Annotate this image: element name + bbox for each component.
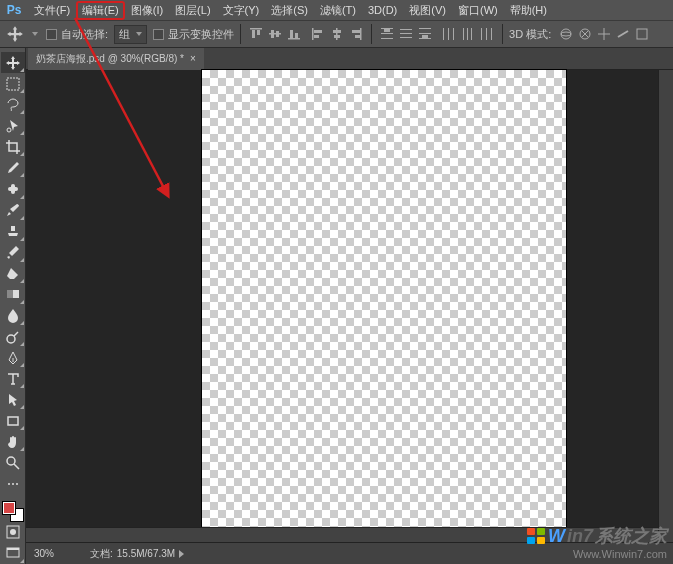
svg-rect-41	[637, 29, 647, 39]
blur-tool[interactable]	[1, 305, 25, 326]
scale-3d-icon[interactable]	[633, 25, 651, 43]
svg-rect-47	[7, 290, 13, 298]
quickmask-tool[interactable]	[1, 522, 25, 543]
pan-3d-icon[interactable]	[595, 25, 613, 43]
brush-tool[interactable]	[1, 200, 25, 221]
close-icon[interactable]: ×	[190, 53, 196, 64]
orbit-3d-icon[interactable]	[557, 25, 575, 43]
svg-rect-28	[422, 35, 428, 38]
distribute-bottom-icon[interactable]	[416, 25, 434, 43]
quick-select-tool[interactable]	[1, 115, 25, 136]
history-brush-tool[interactable]	[1, 242, 25, 263]
auto-select-checkbox[interactable]: 自动选择:	[46, 27, 108, 42]
marquee-tool[interactable]	[1, 73, 25, 94]
menu-file[interactable]: 文件(F)	[28, 1, 76, 20]
slide-3d-icon[interactable]	[614, 25, 632, 43]
svg-rect-15	[360, 28, 362, 40]
align-top-icon[interactable]	[247, 25, 265, 43]
menu-image[interactable]: 图像(I)	[125, 1, 169, 20]
auto-select-label: 自动选择:	[61, 27, 108, 42]
menu-help[interactable]: 帮助(H)	[504, 1, 553, 20]
clone-stamp-tool[interactable]	[1, 221, 25, 242]
gradient-tool[interactable]	[1, 284, 25, 305]
tool-preset-dropdown[interactable]	[30, 25, 40, 43]
menu-3d[interactable]: 3D(D)	[362, 2, 403, 18]
move-tool[interactable]	[1, 52, 25, 73]
svg-rect-21	[384, 29, 390, 32]
svg-point-38	[561, 29, 571, 39]
svg-point-53	[16, 483, 18, 485]
svg-rect-33	[467, 28, 468, 40]
horizontal-scrollbar[interactable]	[26, 527, 658, 542]
menu-type[interactable]: 文字(Y)	[217, 1, 266, 20]
show-transform-checkbox[interactable]: 显示变换控件	[153, 27, 234, 42]
rectangle-tool[interactable]	[1, 410, 25, 431]
align-hcenter-icon[interactable]	[328, 25, 346, 43]
document-canvas[interactable]	[202, 70, 566, 540]
menu-window[interactable]: 窗口(W)	[452, 1, 504, 20]
type-tool[interactable]	[1, 368, 25, 389]
eraser-tool[interactable]	[1, 263, 25, 284]
svg-rect-18	[381, 28, 393, 29]
crop-tool[interactable]	[1, 136, 25, 157]
menu-filter[interactable]: 滤镜(T)	[314, 1, 362, 20]
screenmode-tool[interactable]	[1, 543, 25, 564]
svg-rect-17	[355, 35, 360, 38]
svg-rect-42	[7, 78, 19, 90]
auto-select-target-dropdown[interactable]: 组	[114, 25, 147, 44]
roll-3d-icon[interactable]	[576, 25, 594, 43]
distribute-group-2	[440, 25, 496, 43]
svg-rect-0	[250, 28, 262, 30]
distribute-right-icon[interactable]	[478, 25, 496, 43]
svg-rect-25	[419, 28, 431, 29]
svg-rect-16	[352, 30, 360, 33]
hand-tool[interactable]	[1, 431, 25, 452]
zoom-level[interactable]: 30%	[34, 548, 72, 559]
document-tab[interactable]: 奶茶店海报.psd @ 30%(RGB/8) * ×	[28, 48, 204, 70]
menu-select[interactable]: 选择(S)	[265, 1, 314, 20]
pen-tool[interactable]	[1, 347, 25, 368]
align-vcenter-icon[interactable]	[266, 25, 284, 43]
menu-view[interactable]: 视图(V)	[403, 1, 452, 20]
edit-toolbar-icon[interactable]	[1, 474, 25, 495]
chevron-down-icon	[136, 32, 142, 36]
separator	[502, 24, 503, 44]
eyedropper-tool[interactable]	[1, 157, 25, 178]
svg-rect-20	[381, 38, 393, 39]
document-tab-title: 奶茶店海报.psd @ 30%(RGB/8) *	[36, 52, 184, 66]
menu-layer[interactable]: 图层(L)	[169, 1, 216, 20]
align-bottom-icon[interactable]	[285, 25, 303, 43]
show-transform-label: 显示变换控件	[168, 27, 234, 42]
distribute-vcenter-icon[interactable]	[397, 25, 415, 43]
svg-rect-34	[471, 28, 472, 40]
svg-point-50	[7, 457, 15, 465]
dodge-tool[interactable]	[1, 326, 25, 347]
move-tool-indicator-icon[interactable]	[6, 25, 24, 43]
svg-point-43	[7, 128, 11, 132]
vertical-scrollbar[interactable]	[658, 70, 673, 542]
svg-point-39	[561, 32, 571, 36]
align-left-icon[interactable]	[309, 25, 327, 43]
svg-rect-9	[312, 28, 314, 40]
app-logo-icon: Ps	[4, 2, 24, 18]
distribute-left-icon[interactable]	[440, 25, 458, 43]
menu-edit[interactable]: 编辑(E)	[76, 1, 125, 20]
align-right-icon[interactable]	[347, 25, 365, 43]
color-swatches[interactable]	[2, 501, 24, 522]
svg-point-48	[7, 335, 15, 343]
distribute-top-icon[interactable]	[378, 25, 396, 43]
spot-heal-tool[interactable]	[1, 178, 25, 199]
document-info-label: 文档:	[90, 547, 113, 561]
document-info-value: 15.5M/67.3M	[117, 548, 175, 559]
svg-rect-1	[252, 30, 255, 38]
svg-rect-19	[381, 33, 393, 34]
lasso-tool[interactable]	[1, 94, 25, 115]
zoom-tool[interactable]	[1, 452, 25, 473]
path-select-tool[interactable]	[1, 389, 25, 410]
distribute-group-1	[378, 25, 434, 43]
chevron-right-icon	[179, 550, 184, 558]
align-group-1	[247, 25, 303, 43]
document-info[interactable]: 文档: 15.5M/67.3M	[90, 547, 184, 561]
distribute-hcenter-icon[interactable]	[459, 25, 477, 43]
foreground-color-swatch[interactable]	[2, 501, 16, 515]
